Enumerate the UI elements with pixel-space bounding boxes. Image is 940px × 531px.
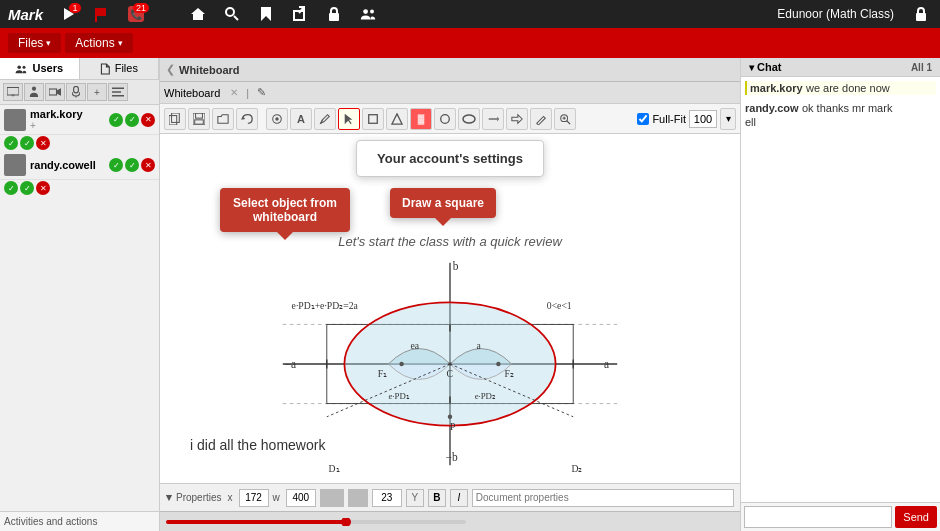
svg-marker-1 bbox=[96, 8, 106, 16]
lt-icon-6[interactable] bbox=[108, 83, 128, 101]
italic-btn[interactable]: I bbox=[450, 489, 468, 507]
ua-check-r2[interactable]: ✓ bbox=[125, 158, 139, 172]
edunoor-label: Edunoor (Math Class) bbox=[777, 7, 894, 21]
y-btn[interactable]: Y bbox=[406, 489, 424, 507]
phone-button[interactable]: 📞 21 bbox=[123, 3, 149, 25]
actions-menu[interactable]: Actions ▾ bbox=[65, 33, 132, 53]
wb-tool-arrow[interactable] bbox=[482, 108, 504, 130]
wb-tool-pen[interactable] bbox=[314, 108, 336, 130]
lt-icon-5[interactable]: + bbox=[87, 83, 107, 101]
avatar-randy bbox=[4, 154, 26, 176]
chat-text-1: we are done now bbox=[806, 82, 890, 94]
svg-point-12 bbox=[363, 9, 368, 14]
wb-tool-copy[interactable] bbox=[164, 108, 186, 130]
lock-icon-right bbox=[910, 3, 932, 25]
files-menu[interactable]: Files ▾ bbox=[8, 33, 61, 53]
wb-tool-circle[interactable] bbox=[434, 108, 456, 130]
svg-text:F₂: F₂ bbox=[505, 368, 514, 379]
wb-tool-select[interactable] bbox=[338, 108, 360, 130]
props-chevron: ▾ bbox=[166, 491, 172, 504]
wb-tool-open[interactable] bbox=[212, 108, 234, 130]
svg-rect-17 bbox=[7, 88, 19, 96]
w-value-input[interactable] bbox=[286, 489, 316, 507]
svg-text:D₂: D₂ bbox=[571, 463, 582, 474]
ua-red-rb[interactable]: ✕ bbox=[36, 181, 50, 195]
chat-message-1: mark.kory we are done now bbox=[745, 81, 936, 95]
tab-users[interactable]: Users bbox=[0, 58, 80, 79]
wb-tool-eraser[interactable] bbox=[530, 108, 552, 130]
wb-tool-text[interactable]: A bbox=[290, 108, 312, 130]
chat-user-2: randy.cow bbox=[745, 102, 799, 114]
ua-green-rb[interactable]: ✓ bbox=[20, 181, 34, 195]
svg-marker-8 bbox=[261, 7, 271, 21]
wb-tool-save[interactable] bbox=[188, 108, 210, 130]
svg-marker-41 bbox=[512, 114, 522, 123]
bold-btn[interactable]: B bbox=[428, 489, 446, 507]
ua-check-r1[interactable]: ✓ bbox=[109, 158, 123, 172]
share-button[interactable] bbox=[287, 3, 313, 25]
svg-point-15 bbox=[18, 65, 22, 69]
lt-icon-4[interactable] bbox=[66, 83, 86, 101]
svg-text:D₁: D₁ bbox=[329, 463, 340, 474]
left-toolbar: + bbox=[0, 80, 159, 105]
ua-red-a[interactable]: ✕ bbox=[36, 136, 50, 150]
tab-files[interactable]: Files bbox=[80, 58, 160, 79]
wb-toolbar: A ▓ bbox=[160, 104, 740, 134]
wb-header: ❮ Whiteboard bbox=[160, 58, 740, 82]
lt-icon-3[interactable] bbox=[45, 83, 65, 101]
svg-rect-79 bbox=[166, 520, 346, 524]
svg-text:−a: −a bbox=[285, 358, 297, 370]
properties-bar: ▾ Properties x w Y B I bbox=[160, 483, 740, 511]
flag-button[interactable] bbox=[89, 3, 115, 25]
breadcrumb-close-icon[interactable]: ✕ bbox=[230, 87, 238, 98]
wb-tool-target[interactable] bbox=[266, 108, 288, 130]
lt-icon-2[interactable] bbox=[24, 83, 44, 101]
play-button[interactable]: 1 bbox=[55, 3, 81, 25]
svg-marker-40 bbox=[497, 116, 499, 121]
wb-tool-square[interactable] bbox=[362, 108, 384, 130]
wb-tool-zoom[interactable] bbox=[554, 108, 576, 130]
svg-rect-28 bbox=[196, 113, 203, 118]
coord-input[interactable] bbox=[372, 489, 402, 507]
doc-properties-input[interactable] bbox=[472, 489, 734, 507]
user-row2-mark: ✓ ✓ ✕ bbox=[0, 135, 159, 151]
lock-button[interactable] bbox=[321, 3, 347, 25]
chat-text-2: ok thanks mr mark bbox=[802, 102, 892, 114]
wb-tool-rightarrow[interactable] bbox=[506, 108, 528, 130]
ua-close-r1[interactable]: ✕ bbox=[141, 158, 155, 172]
bookmark-button[interactable] bbox=[253, 3, 279, 25]
menubar: Files ▾ Actions ▾ bbox=[0, 28, 940, 58]
bottom-strip bbox=[160, 511, 740, 531]
search-button[interactable] bbox=[219, 3, 245, 25]
color-picker-1[interactable] bbox=[320, 489, 344, 507]
lt-icon-1[interactable] bbox=[3, 83, 23, 101]
svg-point-16 bbox=[23, 66, 26, 69]
fit-dropdown-btn[interactable]: ▾ bbox=[720, 108, 736, 130]
wb-tool-ellipse[interactable] bbox=[458, 108, 480, 130]
wb-tool-fill[interactable]: ▓ bbox=[410, 108, 432, 130]
ua-green-b[interactable]: ✓ bbox=[20, 136, 34, 150]
svg-line-7 bbox=[234, 16, 238, 20]
topbar: Mark 1 📞 21 Edunoor (Math Class) bbox=[0, 0, 940, 28]
home-button[interactable] bbox=[185, 3, 211, 25]
svg-point-20 bbox=[32, 87, 36, 91]
send-button[interactable]: Send bbox=[895, 506, 937, 528]
x-value-input[interactable] bbox=[239, 489, 269, 507]
full-fit-checkbox[interactable] bbox=[637, 113, 649, 125]
main-area: Users Files + bbox=[0, 58, 940, 531]
wb-tool-triangle[interactable] bbox=[386, 108, 408, 130]
wb-tool-undo[interactable] bbox=[236, 108, 258, 130]
ua-green-ra[interactable]: ✓ bbox=[4, 181, 18, 195]
ua-close-1[interactable]: ✕ bbox=[141, 113, 155, 127]
w-label: w bbox=[273, 492, 280, 503]
chat-text-input[interactable] bbox=[744, 506, 892, 528]
ua-check-2[interactable]: ✓ bbox=[125, 113, 139, 127]
color-picker-2[interactable] bbox=[348, 489, 368, 507]
fit-value-input[interactable]: 100 bbox=[689, 110, 717, 128]
left-panel: Users Files + bbox=[0, 58, 160, 531]
user-item-randy: randy.cowell ✓ ✓ ✕ bbox=[0, 151, 159, 180]
ua-check-1[interactable]: ✓ bbox=[109, 113, 123, 127]
ua-green-a[interactable]: ✓ bbox=[4, 136, 18, 150]
users-button[interactable] bbox=[355, 3, 381, 25]
chat-input-row: Send bbox=[741, 502, 940, 531]
